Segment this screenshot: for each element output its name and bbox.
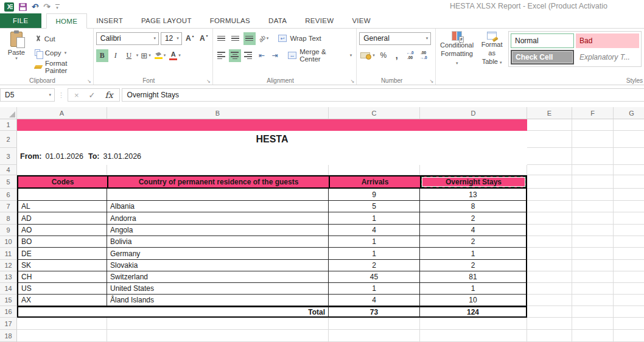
shrink-font-button[interactable]: A▾ (198, 32, 210, 45)
percent-style-button[interactable]: % (377, 49, 390, 62)
tab-data[interactable]: DATA (259, 13, 296, 28)
cell-F[interactable] (572, 189, 614, 201)
cell-E[interactable] (527, 271, 572, 283)
row-header-6[interactable]: 6 (0, 189, 17, 201)
cell-B11[interactable]: Germany (107, 248, 329, 260)
paste-button[interactable]: Paste ▾ (4, 30, 29, 74)
chevron-down-icon[interactable]: ▾ (15, 56, 18, 61)
cell-C7[interactable]: 5 (329, 201, 420, 212)
cell-style-bad[interactable]: Bad (576, 33, 639, 48)
font-color-button[interactable]: A ▾ (168, 49, 182, 62)
cell-G17[interactable] (614, 318, 644, 330)
cell-D18[interactable] (420, 330, 527, 342)
cell-G18[interactable] (614, 330, 644, 342)
increase-decimal-button[interactable]: ←.0 .00 (404, 49, 416, 62)
cut-button[interactable]: Cut (33, 32, 91, 45)
col-header-D[interactable]: D (420, 107, 527, 119)
align-center-button[interactable] (229, 49, 241, 62)
cell-F[interactable] (572, 148, 614, 165)
cell-D7[interactable]: 8 (420, 201, 527, 212)
cell-B7[interactable]: Albania (107, 201, 329, 212)
cell-D15[interactable]: 10 (420, 295, 527, 306)
redo-button[interactable]: ↷ ▾ (43, 2, 50, 11)
align-middle-button[interactable] (229, 32, 242, 45)
conditional-formatting-button[interactable]: Conditional Formatting ▾ (438, 30, 475, 74)
cell-A7[interactable]: AL (17, 201, 107, 212)
cell-E[interactable] (527, 295, 572, 306)
cell-C9[interactable]: 4 (329, 225, 420, 236)
cell-A18[interactable] (17, 330, 107, 342)
cell-G[interactable] (614, 295, 644, 306)
comma-style-button[interactable]: , (391, 49, 403, 62)
cell-E[interactable] (527, 201, 572, 212)
cell-G[interactable] (614, 212, 644, 225)
tab-formulas[interactable]: FORMULAS (201, 13, 259, 28)
cell-F18[interactable] (572, 330, 614, 342)
save-icon[interactable] (19, 3, 27, 11)
dialog-launcher-icon[interactable]: ↘ (87, 79, 91, 84)
period-cell[interactable]: From:01.01.2026To:31.01.2026 (17, 148, 527, 165)
chevron-down-icon[interactable]: ▾ (177, 36, 179, 41)
cell-B4[interactable] (107, 165, 329, 175)
chevron-down-icon[interactable]: ▾ (136, 53, 139, 58)
row-header-11[interactable]: 11 (0, 248, 17, 260)
tab-file[interactable]: FILE (0, 13, 41, 28)
underline-button[interactable]: U (123, 49, 135, 62)
cell-A13[interactable]: CH (17, 271, 107, 283)
fill-color-button[interactable]: ▾ (153, 49, 167, 62)
cell-B15[interactable]: Åland Islands (107, 295, 329, 306)
col-header-A[interactable]: A (17, 107, 107, 119)
row-header-14[interactable]: 14 (0, 283, 17, 295)
cell-G[interactable] (614, 248, 644, 260)
cell-G4[interactable] (614, 165, 644, 175)
cell-G[interactable] (614, 236, 644, 248)
cell-D10[interactable]: 2 (420, 236, 527, 248)
cell-F[interactable] (572, 201, 614, 212)
cell-C10[interactable]: 1 (329, 236, 420, 248)
cell-B14[interactable]: United States (107, 283, 329, 295)
row-header-3[interactable]: 3 (0, 148, 17, 165)
cell-A10[interactable]: BO (17, 236, 107, 248)
cell-E[interactable] (527, 306, 572, 318)
cell-A14[interactable]: US (17, 283, 107, 295)
cell-G[interactable] (614, 283, 644, 295)
align-bottom-button[interactable] (243, 32, 256, 45)
cell-C14[interactable]: 1 (329, 283, 420, 295)
grow-font-button[interactable]: A▴ (184, 32, 196, 45)
cell-F[interactable] (572, 225, 614, 236)
cell-E[interactable] (527, 283, 572, 295)
cell-E18[interactable] (527, 330, 572, 342)
tab-review[interactable]: REVIEW (296, 13, 343, 28)
cell-G[interactable] (614, 306, 644, 318)
tab-insert[interactable]: INSERT (87, 13, 132, 28)
cell-E[interactable] (527, 248, 572, 260)
row-header-18[interactable]: 18 (0, 330, 17, 342)
cell-D4[interactable] (420, 165, 527, 175)
cell-B12[interactable]: Slovakia (107, 260, 329, 271)
chevron-down-icon[interactable]: ▾ (48, 4, 51, 9)
wrap-text-button[interactable]: ↩ Wrap Text (276, 32, 323, 45)
cell-F4[interactable] (572, 165, 614, 175)
col-header-E[interactable]: E (527, 107, 572, 119)
col-header-F[interactable]: F (572, 107, 614, 119)
cell-C4[interactable] (329, 165, 420, 175)
cell-G[interactable] (614, 260, 644, 271)
align-right-button[interactable] (242, 49, 254, 62)
cell-B8[interactable]: Andorra (107, 212, 329, 225)
row-header-5[interactable]: 5 (0, 175, 17, 189)
cell-F[interactable] (572, 295, 614, 306)
cell-A15[interactable]: AX (17, 295, 107, 306)
cell-C15[interactable]: 4 (329, 295, 420, 306)
format-as-table-button[interactable]: Format as Table ▾ (478, 30, 506, 74)
cell-D8[interactable]: 2 (420, 212, 527, 225)
row-header-15[interactable]: 15 (0, 295, 17, 306)
cell-G[interactable] (614, 148, 644, 165)
cell-D6[interactable]: 13 (420, 189, 527, 201)
cell-style-explanatory[interactable]: Explanatory T... (576, 50, 639, 65)
cell-A8[interactable]: AD (17, 212, 107, 225)
cell-G[interactable] (614, 201, 644, 212)
accounting-format-button[interactable]: ▾ (359, 49, 376, 62)
font-family-combo[interactable]: Calibri ▾ (96, 32, 159, 45)
insert-function-icon[interactable]: fx (105, 90, 113, 100)
chevron-down-icon[interactable]: ▾ (49, 92, 51, 97)
